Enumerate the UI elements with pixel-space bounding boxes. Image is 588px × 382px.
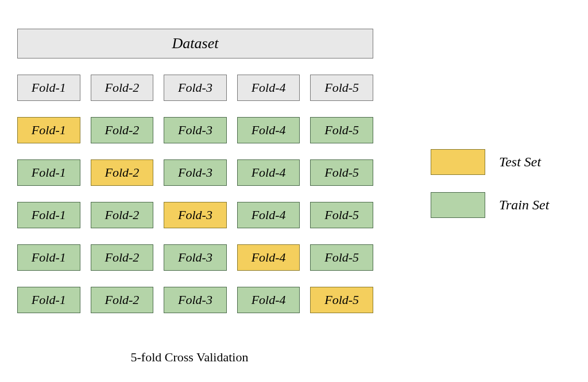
legend-label-train: Train Set xyxy=(499,197,549,213)
fold-cell: Fold-4 xyxy=(237,202,300,228)
fold-cell: Fold-2 xyxy=(91,244,154,271)
fold-cell: Fold-1 xyxy=(17,75,80,101)
fold-cell: Fold-4 xyxy=(237,75,300,101)
fold-cell: Fold-5 xyxy=(310,117,373,143)
split-row: Fold-1 Fold-2 Fold-3 Fold-4 Fold-5 xyxy=(17,159,373,186)
fold-cell: Fold-4 xyxy=(237,117,300,143)
fold-cell: Fold-3 xyxy=(164,117,227,143)
fold-cell: Fold-1 xyxy=(17,287,80,313)
diagram-caption: 5-fold Cross Validation xyxy=(0,350,379,365)
fold-cell: Fold-2 xyxy=(91,159,154,186)
legend-train: Train Set xyxy=(431,192,549,218)
split-row: Fold-1 Fold-2 Fold-3 Fold-4 Fold-5 xyxy=(17,287,373,313)
fold-cell: Fold-1 xyxy=(17,159,80,186)
split-row: Fold-1 Fold-2 Fold-3 Fold-4 Fold-5 xyxy=(17,117,373,143)
split-row: Fold-1 Fold-2 Fold-3 Fold-4 Fold-5 xyxy=(17,202,373,228)
legend-swatch-train xyxy=(431,192,485,218)
fold-cell: Fold-3 xyxy=(164,244,227,271)
fold-cell: Fold-5 xyxy=(310,75,373,101)
fold-cell: Fold-2 xyxy=(91,75,154,101)
fold-cell: Fold-5 xyxy=(310,202,373,228)
fold-cell: Fold-5 xyxy=(310,287,373,313)
fold-cell: Fold-1 xyxy=(17,202,80,228)
legend-test: Test Set xyxy=(431,149,549,175)
fold-cell: Fold-3 xyxy=(164,202,227,228)
split-row: Fold-1 Fold-2 Fold-3 Fold-4 Fold-5 xyxy=(17,244,373,271)
fold-cell: Fold-1 xyxy=(17,117,80,143)
fold-cell: Fold-3 xyxy=(164,75,227,101)
legend: Test Set Train Set xyxy=(431,149,549,218)
legend-label-test: Test Set xyxy=(499,154,541,170)
fold-cell: Fold-5 xyxy=(310,159,373,186)
fold-grid: Dataset Fold-1 Fold-2 Fold-3 Fold-4 Fold… xyxy=(17,29,373,313)
fold-cell: Fold-3 xyxy=(164,287,227,313)
fold-cell: Fold-2 xyxy=(91,202,154,228)
dataset-header: Dataset xyxy=(17,29,373,59)
fold-header-row: Fold-1 Fold-2 Fold-3 Fold-4 Fold-5 xyxy=(17,75,373,101)
fold-cell: Fold-1 xyxy=(17,244,80,271)
cv-diagram: Dataset Fold-1 Fold-2 Fold-3 Fold-4 Fold… xyxy=(17,29,571,313)
fold-cell: Fold-4 xyxy=(237,159,300,186)
fold-cell: Fold-4 xyxy=(237,287,300,313)
fold-cell: Fold-2 xyxy=(91,117,154,143)
fold-cell: Fold-2 xyxy=(91,287,154,313)
fold-cell: Fold-3 xyxy=(164,159,227,186)
fold-cell: Fold-5 xyxy=(310,244,373,271)
fold-cell: Fold-4 xyxy=(237,244,300,271)
legend-swatch-test xyxy=(431,149,485,175)
